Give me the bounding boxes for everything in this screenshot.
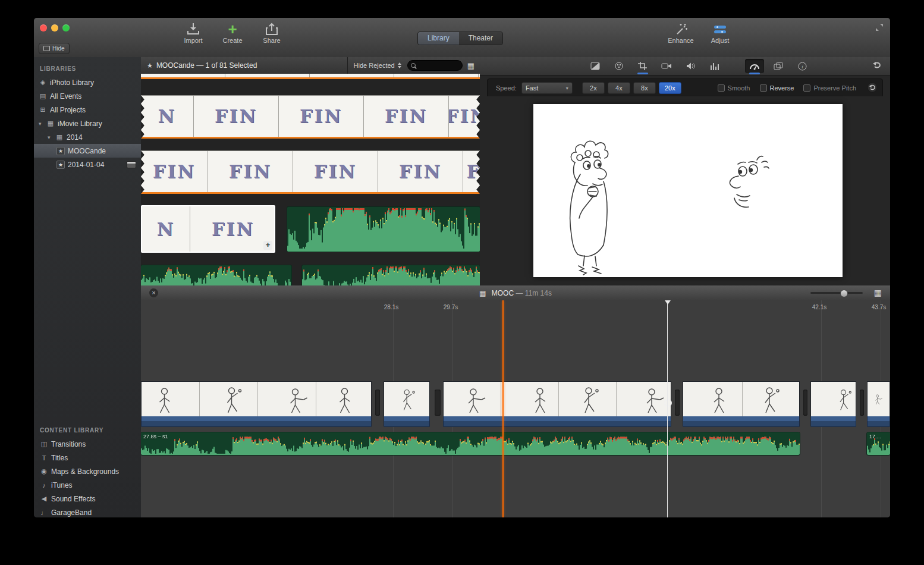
hide-sidebar-button[interactable]: Hide <box>39 43 70 54</box>
video-canvas[interactable] <box>533 104 843 277</box>
titlebar: Hide Import + Create Share Library Theat… <box>34 18 890 58</box>
search-input[interactable] <box>416 61 454 70</box>
stabilization-icon[interactable] <box>657 59 676 73</box>
undo-icon[interactable] <box>872 61 882 71</box>
playhead-handle-icon[interactable] <box>665 300 671 305</box>
clip-size-icon[interactable]: ▦ <box>874 288 882 297</box>
selected-clip[interactable]: NFIN+ <box>141 205 275 253</box>
clip-appearance-icon[interactable]: ▦ <box>467 61 474 70</box>
window-minimize-button[interactable] <box>51 24 58 32</box>
sidebar-item-moocande[interactable]: ★MOOCande <box>34 144 141 158</box>
sidebar-item-maps-backgrounds[interactable]: ◉Maps & Backgrounds <box>34 464 141 478</box>
color-correction-icon[interactable] <box>609 59 628 73</box>
audio-clip[interactable]: 17.... <box>867 432 890 455</box>
video-frame <box>384 382 430 416</box>
speed-preset-8x[interactable]: 8x <box>633 82 656 94</box>
audio-clip[interactable]: 27.8s – s1 <box>141 432 800 455</box>
volume-icon[interactable] <box>681 59 700 73</box>
add-to-timeline-button[interactable]: + <box>263 241 272 250</box>
timeline-clip[interactable] <box>443 381 671 427</box>
preserve-pitch-checkbox[interactable]: Preserve Pitch <box>803 84 856 92</box>
trim-handle[interactable] <box>664 399 672 407</box>
zoom-slider-thumb[interactable] <box>840 290 848 297</box>
filmstrip-clip[interactable]: FINFINFINFINF <box>141 150 480 194</box>
timeline-body[interactable]: 28.1s29.7s42.1s43.7s27.8s – s117.... <box>141 300 890 517</box>
project-duration: 11m 14s <box>525 289 552 297</box>
speed-dropdown[interactable]: Fast ▾ <box>521 82 573 94</box>
filmstrip-frames: NFIN <box>142 206 274 252</box>
audio-clip[interactable] <box>302 265 480 285</box>
create-button[interactable]: + Create <box>219 23 246 44</box>
fullscreen-icon[interactable] <box>875 23 884 32</box>
hide-rejected-filter[interactable]: Hide Rejected <box>348 62 407 69</box>
window-zoom-button[interactable] <box>62 24 70 32</box>
frame-title-text: FIN <box>399 161 442 182</box>
filmstrip-partial[interactable] <box>141 74 480 79</box>
audio-clip[interactable] <box>287 207 480 252</box>
playhead[interactable] <box>667 300 668 517</box>
sidebar-item-imovie-library[interactable]: ▾▦iMovie Library <box>34 117 141 130</box>
clip-filter-icon[interactable] <box>769 59 788 73</box>
clip-gap <box>435 390 441 416</box>
sidebar-item-all-projects[interactable]: ⊞All Projects <box>34 103 141 117</box>
frame-title-text: FIN <box>229 161 272 182</box>
favorite-marker <box>141 192 480 194</box>
sidebar-item-all-events[interactable]: ▤All Events <box>34 89 141 103</box>
speed-preset-2x[interactable]: 2x <box>582 82 605 94</box>
noise-reduction-icon[interactable] <box>705 59 724 73</box>
sidebar-item-label: 2014 <box>67 133 83 142</box>
share-button[interactable]: Share <box>259 23 285 44</box>
clip-gap <box>675 390 680 416</box>
speed-preset-20x[interactable]: 20x <box>659 82 681 94</box>
tab-theater[interactable]: Theater <box>459 32 502 45</box>
smooth-label: Smooth <box>728 84 750 92</box>
sidebar-item-iphoto-library[interactable]: ◈iPhoto Library <box>34 76 141 89</box>
audio-waveform <box>302 265 480 285</box>
sidebar-item-2014[interactable]: ▾▦2014 <box>34 130 141 144</box>
sidebar-item-sound-effects[interactable]: ◀Sound Effects <box>34 492 141 506</box>
video-frame: F <box>463 151 480 192</box>
sidebar-item-itunes[interactable]: ♪iTunes <box>34 478 141 492</box>
reverse-checkbox[interactable]: Reverse <box>760 84 794 92</box>
event-star-icon: ★ <box>147 62 153 70</box>
timeline-clip[interactable] <box>867 381 890 427</box>
speed-reset-icon[interactable] <box>867 82 878 94</box>
sidebar-item-transitions[interactable]: ◫Transitions <box>34 437 141 451</box>
sidebar-item-2014-01-04[interactable]: ★2014-01-04 <box>34 158 141 171</box>
sidebar-item-titles[interactable]: TTitles <box>34 451 141 464</box>
timeline-clip[interactable] <box>384 381 430 427</box>
timeline-clip[interactable] <box>683 381 800 427</box>
sidebar-item-label: Sound Effects <box>51 495 96 503</box>
speed-icon[interactable] <box>745 59 764 73</box>
timeline: × ▦ MOOC — 11m 14s ▦ 28.1s29.7s42.1s43.7… <box>141 285 890 517</box>
skimmer-playhead[interactable] <box>502 300 504 517</box>
viewer-pane: i Speed: Fast ▾ 2x4x8x20x Smooth Reverse… <box>480 57 890 285</box>
window-close-button[interactable] <box>40 24 47 32</box>
disclosure-triangle[interactable]: ▾ <box>39 121 43 127</box>
sidebar-item-garageband[interactable]: ♩GarageBand <box>34 506 141 517</box>
adjust-button[interactable]: Adjust <box>707 23 733 44</box>
search-field[interactable] <box>407 60 463 71</box>
iphoto-icon: ◈ <box>39 79 47 86</box>
maps-icon: ◉ <box>40 467 48 475</box>
speed-preset-4x[interactable]: 4x <box>608 82 630 94</box>
audio-clip[interactable] <box>141 265 291 285</box>
enhance-button[interactable]: Enhance <box>668 23 694 44</box>
zoom-slider[interactable] <box>810 292 863 294</box>
video-frame: FIN <box>141 151 208 192</box>
events-icon: ▤ <box>39 92 47 100</box>
project-icon: ▦ <box>479 289 486 297</box>
crop-icon[interactable] <box>633 59 652 73</box>
timeline-clip[interactable] <box>141 381 372 427</box>
color-balance-icon[interactable] <box>586 59 605 73</box>
enhance-wand-icon <box>674 23 688 36</box>
frame-title-text: FIN <box>314 161 357 182</box>
sidebar-item-label: 2014-01-04 <box>68 161 104 169</box>
import-button[interactable]: Import <box>180 23 206 44</box>
smooth-checkbox[interactable]: Smooth <box>718 84 750 92</box>
timeline-clip[interactable] <box>810 381 856 427</box>
disclosure-triangle[interactable]: ▾ <box>48 134 52 140</box>
filmstrip-clip[interactable]: NFINFINFINFIN <box>141 95 480 139</box>
tab-library[interactable]: Library <box>418 32 459 45</box>
info-icon[interactable]: i <box>793 59 812 73</box>
